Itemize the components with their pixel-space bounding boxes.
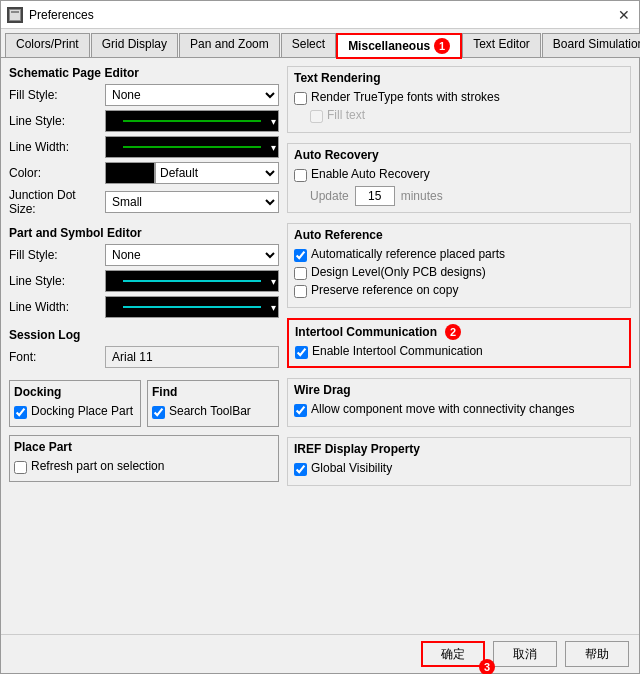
preferences-window: Preferences ✕ Colors/Print Grid Display … xyxy=(0,0,640,674)
docking-box: Docking Docking Place Part xyxy=(9,380,141,427)
junction-select[interactable]: Small xyxy=(105,191,279,213)
main-content: Schematic Page Editor Fill Style: None L… xyxy=(1,58,639,634)
line-style-row: Line Style: ▾ xyxy=(9,110,279,132)
wire-drag-item: Allow component move with connectivity c… xyxy=(294,402,624,417)
docking-label: Docking Place Part xyxy=(31,404,133,418)
color-select[interactable]: Default xyxy=(155,162,279,184)
enable-recovery-label: Enable Auto Recovery xyxy=(311,167,430,181)
font-row: Font: Arial 11 xyxy=(9,346,279,368)
enable-intertool-label: Enable Intertool Communication xyxy=(312,344,483,358)
tab-board[interactable]: Board Simulation xyxy=(542,33,640,57)
line-style-label: Line Style: xyxy=(9,114,99,128)
auto-recovery-row: Update minutes xyxy=(294,186,624,206)
part-fill-select[interactable]: None xyxy=(105,244,279,266)
color-swatch xyxy=(105,162,155,184)
enable-intertool-item: Enable Intertool Communication xyxy=(295,344,623,359)
wire-drag-group: Wire Drag Allow component move with conn… xyxy=(287,378,631,427)
text-rendering-title: Text Rendering xyxy=(294,71,624,85)
docking-title: Docking xyxy=(14,385,136,399)
update-label: Update xyxy=(310,189,349,203)
part-line-preview[interactable]: ▾ xyxy=(105,270,279,292)
svg-rect-2 xyxy=(11,11,19,13)
design-level-checkbox[interactable] xyxy=(294,267,307,280)
find-label: Search ToolBar xyxy=(169,404,251,418)
color-control: Default xyxy=(105,162,279,184)
docking-checkbox[interactable] xyxy=(14,406,27,419)
design-level-item: Design Level(Only PCB designs) xyxy=(294,265,624,280)
render-ttf-checkbox[interactable] xyxy=(294,92,307,105)
tab-select[interactable]: Select xyxy=(281,33,336,57)
intertool-title: Intertool Communication xyxy=(295,325,437,339)
tab-grid[interactable]: Grid Display xyxy=(91,33,178,57)
enable-recovery-checkbox[interactable] xyxy=(294,169,307,182)
part-linewidth-line xyxy=(123,306,261,308)
update-input[interactable] xyxy=(355,186,395,206)
wire-drag-checkbox[interactable] xyxy=(294,404,307,417)
part-title: Part and Symbol Editor xyxy=(9,226,279,240)
enable-recovery-item: Enable Auto Recovery xyxy=(294,167,624,182)
tab-colors[interactable]: Colors/Print xyxy=(5,33,90,57)
line-width-arrow: ▾ xyxy=(271,142,276,153)
font-display[interactable]: Arial 11 xyxy=(105,346,279,368)
auto-recovery-title: Auto Recovery xyxy=(294,148,624,162)
fill-style-select[interactable]: None xyxy=(105,84,279,106)
place-part-title: Place Part xyxy=(14,440,274,454)
ok-wrapper: 确定 3 xyxy=(421,641,485,667)
right-panel: Text Rendering Render TrueType fonts wit… xyxy=(287,66,631,626)
global-vis-item: Global Visibility xyxy=(294,461,624,476)
title-bar-left: Preferences xyxy=(7,7,94,23)
auto-ref-checkbox[interactable] xyxy=(294,249,307,262)
part-fill-row: Fill Style: None xyxy=(9,244,279,266)
place-part-checkbox[interactable] xyxy=(14,461,27,474)
help-button[interactable]: 帮助 xyxy=(565,641,629,667)
text-rendering-group: Text Rendering Render TrueType fonts wit… xyxy=(287,66,631,133)
part-line-label: Line Style: xyxy=(9,274,99,288)
line-width-preview[interactable]: ▾ xyxy=(105,136,279,158)
part-linewidth-row: Line Width: ▾ xyxy=(9,296,279,318)
tab-misc[interactable]: Miscellaneous 1 xyxy=(337,34,461,58)
part-line-row: Line Style: ▾ xyxy=(9,270,279,292)
tab-text[interactable]: Text Editor xyxy=(462,33,541,57)
cancel-button[interactable]: 取消 xyxy=(493,641,557,667)
auto-ref-label: Automatically reference placed parts xyxy=(311,247,505,261)
intertool-title-row: Intertool Communication 2 xyxy=(295,324,623,340)
find-checkbox[interactable] xyxy=(152,406,165,419)
enable-intertool-checkbox[interactable] xyxy=(295,346,308,359)
close-button[interactable]: ✕ xyxy=(615,6,633,24)
place-part-label: Refresh part on selection xyxy=(31,459,164,473)
footer: 确定 3 取消 帮助 xyxy=(1,634,639,673)
part-linewidth-arrow: ▾ xyxy=(271,302,276,313)
tab-badge: 1 xyxy=(434,38,450,54)
fill-text-item: Fill text xyxy=(294,108,624,123)
auto-ref-item: Automatically reference placed parts xyxy=(294,247,624,262)
ok-button[interactable]: 确定 xyxy=(421,641,485,667)
fill-style-row: Fill Style: None xyxy=(9,84,279,106)
color-label: Color: xyxy=(9,166,99,180)
preserve-ref-item: Preserve reference on copy xyxy=(294,283,624,298)
place-part-box: Place Part Refresh part on selection xyxy=(9,435,279,482)
intertool-badge: 2 xyxy=(445,324,461,340)
session-section: Session Log Font: Arial 11 xyxy=(9,328,279,372)
line-style-preview[interactable]: ▾ xyxy=(105,110,279,132)
tab-pan[interactable]: Pan and Zoom xyxy=(179,33,280,57)
auto-recovery-group: Auto Recovery Enable Auto Recovery Updat… xyxy=(287,143,631,213)
schematic-title: Schematic Page Editor xyxy=(9,66,279,80)
wire-drag-title: Wire Drag xyxy=(294,383,624,397)
find-item: Search ToolBar xyxy=(152,404,274,419)
preserve-ref-label: Preserve reference on copy xyxy=(311,283,458,297)
bottom-section: Docking Docking Place Part Find Search T… xyxy=(9,380,279,427)
line-style-line xyxy=(123,120,261,122)
part-fill-label: Fill Style: xyxy=(9,248,99,262)
part-linewidth-preview[interactable]: ▾ xyxy=(105,296,279,318)
preserve-ref-checkbox[interactable] xyxy=(294,285,307,298)
render-ttf-item: Render TrueType fonts with strokes xyxy=(294,90,624,105)
fill-text-checkbox[interactable] xyxy=(310,110,323,123)
render-ttf-label: Render TrueType fonts with strokes xyxy=(311,90,500,104)
line-style-arrow: ▾ xyxy=(271,116,276,127)
global-vis-label: Global Visibility xyxy=(311,461,392,475)
iref-title: IREF Display Property xyxy=(294,442,624,456)
global-vis-checkbox[interactable] xyxy=(294,463,307,476)
junction-label: Junction Dot Size: xyxy=(9,188,99,216)
line-width-label: Line Width: xyxy=(9,140,99,154)
find-title: Find xyxy=(152,385,274,399)
